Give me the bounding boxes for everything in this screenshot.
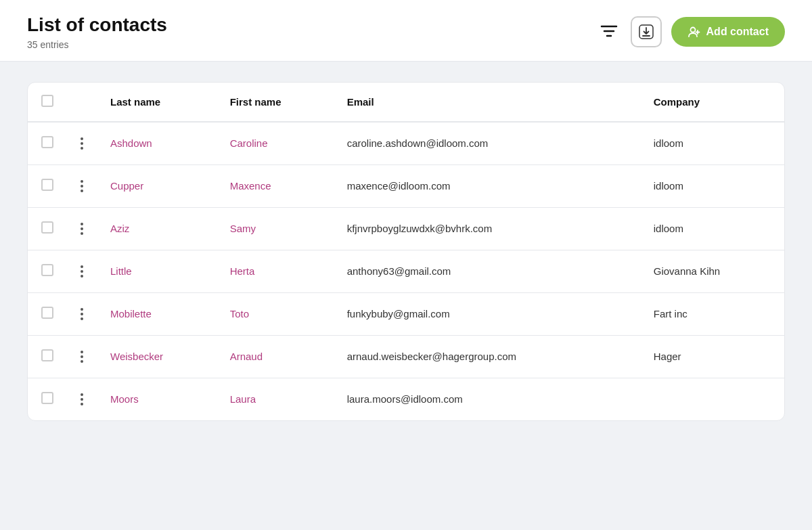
page-title: List of contacts: [27, 14, 167, 37]
row-actions-menu[interactable]: [75, 391, 89, 408]
row-email: anthony63@gmail.com: [336, 250, 643, 292]
contacts-table-container: Last name First name Email Company Ashdo…: [27, 82, 785, 421]
first-name-link[interactable]: Herta: [230, 265, 255, 277]
page-header: List of contacts 35 entries Add contact: [0, 0, 812, 62]
row-first-name[interactable]: Arnaud: [219, 335, 336, 378]
table-row: AzizSamykfjnvrpboyglzuwdxk@bvhrk.comidlo…: [28, 207, 784, 250]
first-name-link[interactable]: Toto: [230, 308, 249, 319]
table-header: Last name First name Email Company: [28, 83, 784, 122]
header-title-area: List of contacts 35 entries: [27, 14, 167, 50]
row-actions-cell: [64, 378, 99, 420]
row-email: laura.moors@idloom.com: [336, 378, 643, 420]
row-checkbox[interactable]: [41, 136, 53, 148]
row-email: caroline.ashdown@idloom.com: [336, 122, 643, 165]
row-last-name[interactable]: Cupper: [99, 164, 219, 207]
row-last-name[interactable]: Weisbecker: [99, 335, 219, 378]
row-actions-cell: [64, 207, 99, 250]
row-first-name[interactable]: Toto: [219, 292, 336, 335]
table-row: AshdownCarolinecaroline.ashdown@idloom.c…: [28, 122, 784, 165]
row-company: [643, 378, 784, 420]
row-checkbox[interactable]: [41, 307, 53, 319]
row-first-name[interactable]: Herta: [219, 250, 336, 292]
row-actions-menu[interactable]: [75, 220, 89, 238]
entries-count: 35 entries: [27, 39, 167, 50]
svg-point-1: [690, 27, 695, 32]
first-name-link[interactable]: Samy: [230, 223, 256, 234]
row-actions-menu[interactable]: [75, 305, 89, 323]
row-company: Fart inc: [643, 292, 784, 335]
add-contact-icon: [687, 25, 701, 39]
row-actions-menu[interactable]: [75, 177, 89, 195]
header-actions: Add contact: [597, 16, 785, 47]
last-name-link[interactable]: Weisbecker: [110, 351, 163, 362]
row-checkbox[interactable]: [41, 221, 53, 234]
row-email: funkybuby@gmail.com: [336, 292, 643, 335]
row-checkbox[interactable]: [41, 349, 53, 361]
row-actions-cell: [64, 164, 99, 207]
row-company: idloom: [643, 207, 784, 250]
first-name-link[interactable]: Arnaud: [230, 351, 263, 362]
row-company: idloom: [643, 164, 784, 207]
first-name-link[interactable]: Maxence: [230, 180, 271, 192]
row-checkbox-cell: [28, 335, 64, 378]
filter-button[interactable]: [597, 20, 621, 44]
row-checkbox-cell: [28, 250, 64, 292]
table-row: LittleHertaanthony63@gmail.comGiovanna K…: [28, 250, 784, 292]
row-last-name[interactable]: Aziz: [99, 207, 219, 250]
row-actions-cell: [64, 122, 99, 165]
header-actions-col: [64, 83, 99, 122]
row-checkbox-cell: [28, 164, 64, 207]
row-actions-cell: [64, 335, 99, 378]
last-name-link[interactable]: Little: [110, 265, 132, 277]
row-checkbox[interactable]: [41, 264, 53, 276]
row-checkbox[interactable]: [41, 392, 53, 404]
download-icon: [639, 24, 654, 39]
row-email: maxence@idloom.com: [336, 164, 643, 207]
last-name-link[interactable]: Mobilette: [110, 308, 152, 319]
filter-icon: [600, 22, 618, 41]
row-company: Hager: [643, 335, 784, 378]
add-contact-button[interactable]: Add contact: [671, 17, 785, 47]
header-row: Last name First name Email Company: [28, 83, 784, 122]
first-name-link[interactable]: Caroline: [230, 137, 268, 149]
header-first-name: First name: [219, 83, 336, 122]
row-checkbox-cell: [28, 292, 64, 335]
row-checkbox-cell: [28, 122, 64, 165]
row-first-name[interactable]: Caroline: [219, 122, 336, 165]
select-all-checkbox[interactable]: [41, 95, 53, 107]
row-actions-menu[interactable]: [75, 263, 89, 280]
table-body: AshdownCarolinecaroline.ashdown@idloom.c…: [28, 122, 784, 420]
table-row: WeisbeckerArnaudarnaud.weisbecker@hagerg…: [28, 335, 784, 378]
header-last-name: Last name: [99, 83, 219, 122]
header-company: Company: [643, 83, 784, 122]
row-email: kfjnvrpboyglzuwdxk@bvhrk.com: [336, 207, 643, 250]
row-actions-menu[interactable]: [75, 348, 89, 366]
row-checkbox-cell: [28, 207, 64, 250]
last-name-link[interactable]: Ashdown: [110, 137, 152, 149]
row-last-name[interactable]: Little: [99, 250, 219, 292]
row-last-name[interactable]: Moors: [99, 378, 219, 420]
header-checkbox-col: [28, 83, 64, 122]
table-row: MobiletteTotofunkybuby@gmail.comFart inc: [28, 292, 784, 335]
row-first-name[interactable]: Maxence: [219, 164, 336, 207]
row-checkbox[interactable]: [41, 179, 53, 191]
row-company: idloom: [643, 122, 784, 165]
row-actions-cell: [64, 292, 99, 335]
table-row: CupperMaxencemaxence@idloom.comidloom: [28, 164, 784, 207]
first-name-link[interactable]: Laura: [230, 393, 256, 405]
download-button[interactable]: [631, 16, 662, 47]
row-checkbox-cell: [28, 378, 64, 420]
last-name-link[interactable]: Aziz: [110, 223, 129, 234]
row-email: arnaud.weisbecker@hagergroup.com: [336, 335, 643, 378]
contacts-table: Last name First name Email Company Ashdo…: [28, 83, 784, 420]
last-name-link[interactable]: Cupper: [110, 180, 143, 192]
row-actions-menu[interactable]: [75, 135, 89, 152]
row-last-name[interactable]: Mobilette: [99, 292, 219, 335]
main-content: Last name First name Email Company Ashdo…: [0, 62, 812, 441]
row-last-name[interactable]: Ashdown: [99, 122, 219, 165]
row-first-name[interactable]: Samy: [219, 207, 336, 250]
row-company: Giovanna Kihn: [643, 250, 784, 292]
row-actions-cell: [64, 250, 99, 292]
last-name-link[interactable]: Moors: [110, 393, 139, 405]
row-first-name[interactable]: Laura: [219, 378, 336, 420]
